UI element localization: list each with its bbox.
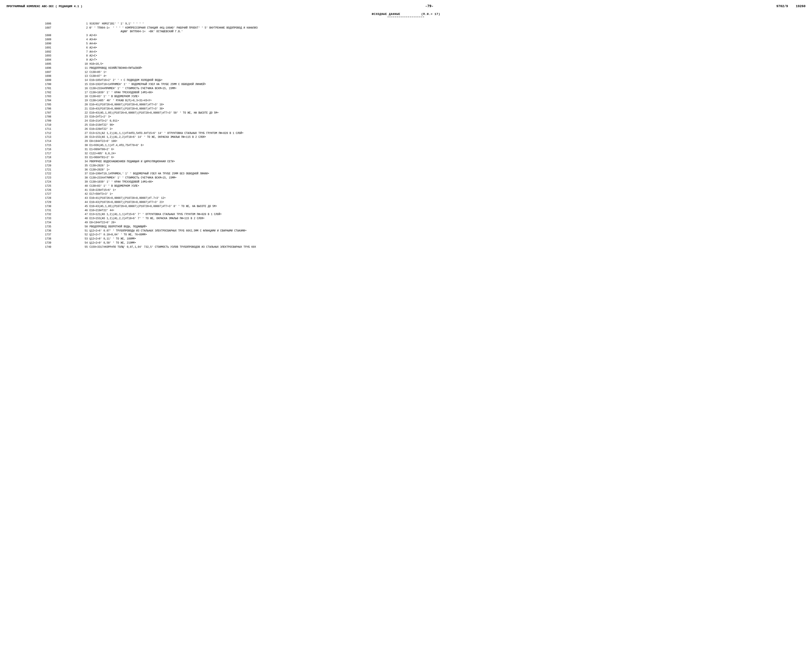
- table-row: 173146Е16=219#Т22' 44•: [6, 208, 806, 213]
- row-content: Ц12=2=8' 0,11' ' ТО ЖЕ, 108ММ•: [89, 237, 806, 241]
- row-seq: 12: [52, 70, 89, 74]
- row-seq: 19: [52, 99, 89, 103]
- row-id: 1705: [6, 103, 52, 107]
- row-seq: 26: [52, 127, 89, 131]
- row-id: 1717: [6, 152, 52, 156]
- table-row: 172641Е18=228#Т15=6' 1•: [6, 188, 806, 192]
- table-row: 173853Ц12=2=8' 0,11' ' ТО ЖЕ, 108ММ•: [6, 237, 806, 241]
- row-content: Е16=219#Т22' 44•: [89, 208, 806, 213]
- row-seq: 14: [52, 78, 89, 83]
- table-row: 171732С122=405' 6,0,24•: [6, 152, 806, 156]
- row-content: А2=С•: [89, 54, 806, 58]
- table-row: 16872Ю' ' ТП904-1= ' ' ' ' КОМПРЕССОРНАЯ…: [6, 26, 806, 34]
- row-id: 1707: [6, 111, 52, 115]
- row-id: 1734: [6, 220, 52, 225]
- row-seq: 34: [52, 160, 89, 164]
- row-id: 1710: [6, 123, 52, 127]
- title-underline: ====================: [6, 16, 806, 18]
- table-row: 171328Е13=153(А5 1,2)(А1,2,2)#Т18=6' 14'…: [6, 135, 806, 139]
- row-content: Е13=121(А5 1,2)(А1,1,1)#Т15=6' 7' ' ОГРУ…: [89, 213, 806, 217]
- row-id: 1735: [6, 225, 52, 229]
- row-seq: 31: [52, 147, 89, 152]
- row-content: А2=Н•: [89, 46, 806, 50]
- row-seq: 20: [52, 103, 89, 107]
- row-seq: 8: [52, 54, 89, 58]
- row-seq: 55: [52, 245, 89, 249]
- row-content: Е13=153(А5 1,2)(А1,2,2)#Т18=6' 14' ' ТО …: [89, 135, 806, 139]
- row-content: Ю' ' ТП904-1= ' ' ' ' КОМПРЕССОРНАЯ СТАН…: [89, 26, 806, 34]
- row-id: 1724: [6, 180, 52, 184]
- row-seq: 32: [52, 152, 89, 156]
- row-id: 1720: [6, 164, 52, 168]
- row-seq: 25: [52, 123, 89, 127]
- table-row: 172843Е16=41(Р10726=0,00007)(Р10728=0,00…: [6, 196, 806, 201]
- row-id: 1736: [6, 229, 52, 233]
- row-seq: 45: [52, 204, 89, 208]
- table-row: 172742Е17=50#Т3=3' 1•: [6, 192, 806, 196]
- table-row: 173954Ц12=2=9' 0,50' ' ТО ЖЕ, 219ММ•: [6, 241, 806, 245]
- table-row: 171227Е13=121(А2 1,2)(А1,1,1)#Т4#П3,5#П3…: [6, 131, 806, 135]
- table-row: 16883А2=6•: [6, 34, 806, 38]
- row-content: С130=1039' 1' ' КРАН ТРЕХХОДОВОЙ 14М1=00…: [89, 180, 806, 184]
- table-row: 170823Е16=2#Т1=2' 3•: [6, 115, 806, 119]
- row-content: Ц12=2=7' 0.10=0,04' ' ТО ЖЕ, 76=89ММ•: [89, 233, 806, 237]
- row-id: 1725: [6, 184, 52, 188]
- row-seq: 21: [52, 107, 89, 111]
- row-seq: 2: [52, 26, 89, 34]
- table-row: 16949А2=Т•: [6, 58, 806, 62]
- row-id: 1739: [6, 241, 52, 245]
- title-main: ИСХОДНЫЕ ДАННЫЕ (П.Н.= 17): [6, 12, 806, 16]
- table-row: 16905А4=А•: [6, 42, 806, 46]
- table-row: 171934РВОРЯЧЕЕ ВОДОСНАБЖЕНИЕЮ ПОДАЮЩАЯ И…: [6, 160, 806, 164]
- title-text: ИСХОДНЫЕ ДАННЫЕ: [372, 12, 400, 16]
- table-row: 170924Е16=21#Т3=2' 0,011•: [6, 119, 806, 123]
- table-row: 16938А2=С•: [6, 54, 806, 58]
- row-content: Е1=968#Т81=2' 6•: [89, 156, 806, 160]
- row-id: 1702: [6, 91, 52, 95]
- row-content: РВОРЯЧЕЕ ВОДОСНАБЖЕНИЕЮ ПОДАЮЩАЯ И ЦИРКУ…: [89, 160, 806, 164]
- row-id: 1708: [6, 115, 52, 119]
- row-content: С130=1485' 40' ' РУКАВ В(П)=6,3=31=43=У•: [89, 99, 806, 103]
- row-id: 1711: [6, 127, 52, 131]
- row-content: С130=85' 1•: [89, 70, 806, 74]
- row-content: А3=А•: [89, 38, 806, 42]
- table-row: 172237Е16=199#Т19,1#ПРИМЕН,' 1' ' ВОДОМЕ…: [6, 172, 806, 176]
- table-row: 171025Е16=219#Т22' 90•: [6, 123, 806, 127]
- row-seq: 10: [52, 62, 89, 66]
- page-header: ПРОГРАММНЫЙ КОМПЛЕКС АВС-ЗЕС ( РЕДАКЦИЯ …: [6, 4, 806, 8]
- row-seq: 36: [52, 168, 89, 172]
- row-content: Ц12=2=6' 0.07' ' ТРУБОПРОВОДЫ ИЗ СТАЛЬНЫ…: [89, 229, 806, 233]
- row-content: С130=2334#ГРИМЕН' 1' ' СТОИМОСТЬ СЧЕТЧИК…: [89, 176, 806, 180]
- row-id: 1722: [6, 172, 52, 176]
- row-content: С130=83' 1' ' В ВОДОМЕРНОМ УЗЛЕ•: [89, 184, 806, 188]
- row-seq: 13: [52, 74, 89, 78]
- row-content: Е16=185#Т16=2' 2' ' + С ПОДВОДОМ ХОЛОДНО…: [89, 78, 806, 83]
- row-id: 1716: [6, 147, 52, 152]
- table-row: 173045Е16=43(А5,1,05)(Р10726=0,00007)(Р1…: [6, 204, 806, 208]
- row-content: Е13=121(А2 1,2)(А1,1,1)#Т4#П3,5#П3.8#Т15…: [89, 131, 806, 135]
- program-name: ПРОГРАММНЫЙ КОМПЛЕКС АВС-ЗЕС ( РЕДАКЦИЯ …: [6, 5, 82, 8]
- table-row: 172136С130=2028' 1•: [6, 168, 806, 172]
- table-row: 169712С130=85' 1•: [6, 70, 806, 74]
- data-table: 16861919260' Н8М1Г1В1' ' 1' 9,1' ' ' ' '…: [6, 22, 806, 249]
- row-content: Н10=16,5•: [89, 62, 806, 66]
- row-content: РВОДОПРОВОД ХОЗЯЙСТВЕННО=ПИТЬЕВОЙ•: [89, 66, 806, 70]
- row-id: 1737: [6, 233, 52, 237]
- row-id: 1712: [6, 131, 52, 135]
- row-seq: 38: [52, 176, 89, 180]
- table-row: 169914Е16=185#Т16=2' 2' ' + С ПОДВОДОМ Х…: [6, 78, 806, 83]
- table-row: 170217С130=1039' 1' ' КРАН ТРЕХХОДОВОЙ 1…: [6, 91, 806, 95]
- row-content: Е16=199#Т19,1#ПРИМЕН,' 1' ' ВОДОМЕРНЫЙ У…: [89, 172, 806, 176]
- row-content: Е16=21#Т3=2' 0,011•: [89, 119, 806, 123]
- row-content: С130=87' 4•: [89, 74, 806, 78]
- table-row: 170318С130=83' 1' ' В ВОДОМЕРНОМ УЗЛЕ•: [6, 95, 806, 99]
- row-content: С130=2334#ПРИМЕН' 1' ' СТОИМОСТЬ СЧЕТЧИК…: [89, 87, 806, 91]
- row-id: 1732: [6, 213, 52, 217]
- row-content: Е16=43(Р10726=0,00007)(Р10728=0,00007)#Т…: [89, 201, 806, 204]
- row-content: Е8=194#Т22=6' 20•: [89, 220, 806, 225]
- row-seq: 46: [52, 208, 89, 213]
- row-content: Е16=192#Т18=1#ПРИМЕН' 1' ' ВОДОМЕРНЫЙ УЗ…: [89, 83, 806, 87]
- row-content: С159=3317#КОРР#ПО ТОЛЩ' 0,07,1,04' 732,5…: [89, 245, 806, 249]
- row-content: Е1=999#Т86=2' 6•: [89, 147, 806, 152]
- row-id: 1695: [6, 62, 52, 66]
